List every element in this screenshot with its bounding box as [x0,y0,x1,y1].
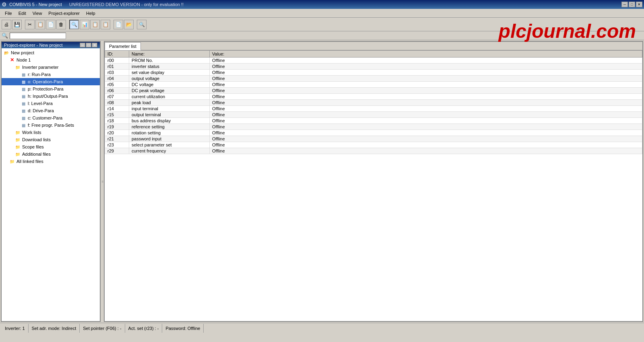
cell-value: Offline [210,106,642,112]
tree-free-para[interactable]: ▦ f: Free progr. Para-Sets [2,122,100,129]
cell-value: Offline [210,76,642,82]
search-input[interactable] [10,33,66,39]
tree-work-lists[interactable]: 📁 Work lists [2,129,100,136]
cell-value: Offline [210,58,642,64]
cell-id: r03 [105,70,129,76]
cell-value: Offline [210,142,642,148]
app-icon: ⚙ [2,1,7,8]
status-bar: Inverter: 1 Set adr. mode: Indirect Set … [0,323,644,333]
menu-project-explorer[interactable]: Project-explorer [45,10,83,16]
cell-name: select parameter set [129,142,210,148]
toolbar-zoom[interactable]: 🔍 [69,20,79,29]
tree-customer-para[interactable]: ▦ c: Customer-Para [2,114,100,122]
cell-id: r15 [105,112,129,118]
tree-label: All linked files [17,159,43,164]
table-row[interactable]: r05DC voltageOffline [105,82,642,88]
table-row[interactable]: r21password inputOffline [105,136,642,142]
minimize-button[interactable]: ─ [621,2,628,7]
cell-name: output terminal [129,112,210,118]
table-row[interactable]: r01inverter statusOffline [105,64,642,70]
table-row[interactable]: r19reference settingOffline [105,124,642,130]
param-table: ID: Name: Value: r00PROM No.Offliner01in… [105,50,642,321]
table-row[interactable]: r00PROM No.Offline [105,58,642,64]
cell-id: r05 [105,82,129,88]
table-row[interactable]: r14input terminalOffline [105,106,642,112]
parameters-table: ID: Name: Value: r00PROM No.Offliner01in… [105,50,642,154]
table-row[interactable]: r15output terminalOffline [105,112,642,118]
project-explorer-title-text: Project-explorer - New project [4,43,63,47]
toolbar-print[interactable]: 🖨 [2,20,11,29]
close-button[interactable]: ✕ [636,2,642,7]
cell-id: r06 [105,88,129,94]
menu-file[interactable]: File [2,10,15,16]
cell-name: bus address display [129,118,210,124]
tree-operation-para[interactable]: ▦ o: Operation-Para [2,78,100,85]
folder-icon2: 📁 [14,129,21,136]
cell-id: r07 [105,94,129,100]
menu-edit[interactable]: Edit [15,10,29,16]
tree-io-para[interactable]: ▦ h: Input/Output-Para [2,93,100,100]
col-value: Value: [210,51,642,58]
table-row[interactable]: r06DC peak voltageOffline [105,88,642,94]
table-row[interactable]: r18bus address displayOffline [105,118,642,124]
tab-parameter-list[interactable]: Parameter list [105,42,141,50]
tree-scope-files[interactable]: 📁 Scope files [2,143,100,150]
table-row[interactable]: r29current frequencyOffline [105,148,642,154]
cell-name: input terminal [129,106,210,112]
table-row[interactable]: r20rotation settingOffline [105,130,642,136]
table-row[interactable]: r23select parameter setOffline [105,142,642,148]
toolbar-export[interactable]: 📋 [101,20,110,29]
cell-name: current frequency [129,148,210,154]
toolbar-new[interactable]: 📄 [114,20,123,29]
project-explorer-title: Project-explorer - New project ─ □ ✕ [2,42,100,48]
toolbar-paste[interactable]: 📄 [46,20,56,29]
tree-additional-files[interactable]: 📁 Additional files [2,150,100,158]
cell-id: r18 [105,118,129,124]
tree-drive-para[interactable]: ▦ d: Drive-Para [2,107,100,114]
title-bar-demo: UNREGISTERED DEMO VERSION - only for eva… [69,2,184,7]
status-pointer: Set pointer (F06) : - [80,324,125,333]
col-name: Name: [129,51,210,58]
table-row[interactable]: r08peak loadOffline [105,100,642,106]
tree-label: Work lists [22,130,41,135]
table-row[interactable]: r04output voltageOffline [105,76,642,82]
cell-name: DC voltage [129,82,210,88]
tree-label: Scope files [22,144,44,149]
toolbar-cut[interactable]: ✂ [25,20,35,29]
table-row[interactable]: r07current utilizationOffline [105,94,642,100]
tree-node1[interactable]: ✕ Node 1 [2,56,100,64]
toolbar-delete[interactable]: 🗑 [56,20,66,29]
pe-minimize[interactable]: ─ [80,43,85,47]
toolbar-save[interactable]: 💾 [12,20,22,29]
tree-label: h: Input/Output-Para [28,94,68,99]
folder-icon6: 📁 [9,158,15,165]
tree-all-linked[interactable]: 📁 All linked files [2,158,100,165]
cell-name: inverter status [129,64,210,70]
file-grid-icon6: ▦ [20,107,27,114]
tree-level-para[interactable]: ▦ l: Level-Para [2,100,100,107]
cell-name: output voltage [129,76,210,82]
table-row[interactable]: r03set value displayOffline [105,70,642,76]
menu-view[interactable]: View [29,10,45,16]
tree-download-lists[interactable]: 📁 Download lists [2,136,100,143]
tree-protection-para[interactable]: ▦ p: Protection-Para [2,85,100,93]
tree-new-project[interactable]: 📂 New project [2,49,100,56]
maximize-button[interactable]: □ [629,2,635,7]
toolbar-search[interactable]: 🔍 [137,20,147,29]
tree-run-para[interactable]: ▦ r: Run-Para [2,71,100,78]
pe-close[interactable]: ✕ [92,43,97,47]
tree-inverter-param[interactable]: 📁 Inverter parameter [2,64,100,71]
tree-label: c: Customer-Para [28,115,62,120]
toolbar-report[interactable]: 📋 [90,20,100,29]
pe-maximize[interactable]: □ [86,43,91,47]
cell-name: set value display [129,70,210,76]
tree-label: f: Free progr. Para-Sets [28,123,74,128]
cell-value: Offline [210,136,642,142]
toolbar-copy[interactable]: 📋 [35,20,45,29]
toolbar-open[interactable]: 📂 [124,20,134,29]
tree-label: p: Protection-Para [28,87,64,91]
cell-name: reference setting [129,124,210,130]
menu-help[interactable]: Help [83,10,99,16]
toolbar-chart[interactable]: 📊 [80,20,89,29]
cell-value: Offline [210,112,642,118]
